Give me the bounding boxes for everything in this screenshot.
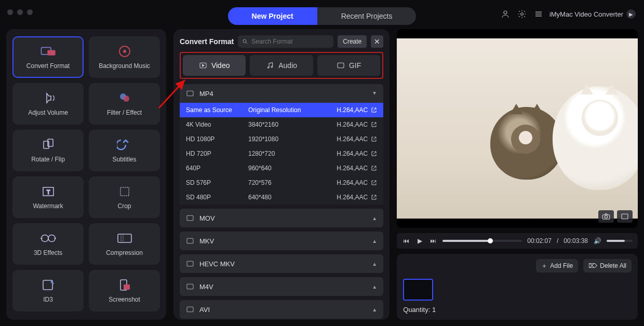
crop-icon: [116, 185, 133, 198]
search-icon: [242, 38, 248, 45]
svg-point-7: [123, 96, 129, 102]
svg-rect-3: [47, 50, 55, 55]
gif-icon: [337, 61, 345, 70]
next-button[interactable]: ⏭: [429, 237, 437, 244]
tool-label: 3D Effects: [34, 249, 62, 256]
filter-effect-icon: [116, 91, 133, 105]
rotate-flip-icon: [39, 138, 57, 152]
tool-label: Screenshot: [109, 296, 140, 303]
video-icon: [199, 61, 207, 70]
tool-label: ID3: [43, 296, 53, 303]
container-icon: [186, 89, 194, 98]
tool-crop[interactable]: Crop: [89, 176, 160, 218]
format-row[interactable]: 4K Video3840*2160H.264,AAC: [180, 117, 383, 132]
tool-watermark[interactable]: TWatermark: [12, 176, 84, 218]
tab-new-project[interactable]: New Project: [228, 7, 317, 25]
svg-rect-27: [187, 261, 193, 266]
format-header-mkv[interactable]: MKV▲: [180, 232, 383, 250]
tool-id3[interactable]: ID3: [12, 270, 84, 311]
format-group-avi: AVI▲: [180, 300, 383, 319]
fullscreen-button[interactable]: [617, 210, 633, 223]
tool-subtitles[interactable]: Subtitles: [89, 130, 160, 171]
tool-rotate-flip[interactable]: Rotate / Flip: [12, 130, 84, 171]
svg-point-19: [243, 39, 246, 43]
format-header-mov[interactable]: MOV▲: [180, 209, 383, 227]
container-icon: [186, 237, 194, 245]
format-header-hevcmkv[interactable]: HEVC MKV▲: [180, 254, 383, 273]
time-current: 00:02:07: [527, 237, 552, 244]
snapshot-button[interactable]: [598, 210, 614, 223]
play-button[interactable]: ▶: [415, 237, 424, 244]
external-icon: [371, 180, 377, 186]
tab-recent-projects[interactable]: Recent Projects: [317, 7, 417, 25]
volume-icon[interactable]: 🔊: [593, 237, 601, 244]
create-button[interactable]: Create: [338, 35, 367, 48]
tool-convert-format[interactable]: Convert Format: [12, 36, 84, 78]
tool-compression[interactable]: Compression: [89, 223, 160, 265]
tab-audio[interactable]: Audio: [250, 55, 313, 76]
subtitles-icon: [116, 138, 133, 152]
chevron-icon: ▲: [372, 215, 377, 221]
format-group-mkv: MKV▲: [180, 232, 383, 250]
tool-background-music[interactable]: Background Music: [89, 36, 160, 78]
svg-rect-23: [338, 63, 344, 67]
svg-point-5: [123, 50, 126, 53]
queue-panel: ＋Add File ⌦Delete All Quantity: 1: [397, 254, 638, 320]
container-icon: [186, 260, 194, 268]
volume-track[interactable]: [607, 240, 633, 242]
tab-gif[interactable]: GIF: [317, 55, 380, 76]
3d-effects-icon: [39, 232, 57, 245]
svg-rect-28: [187, 284, 193, 289]
external-icon: [371, 107, 377, 113]
brand: iMyMac Video Converter ▶: [549, 9, 636, 19]
queue-quantity: Quantity: 1: [403, 306, 632, 314]
format-row[interactable]: SD 576P720*576H.264,AAC: [180, 175, 383, 190]
screenshot-icon: [116, 278, 133, 292]
add-file-button[interactable]: ＋Add File: [536, 259, 578, 273]
svg-point-13: [41, 235, 48, 241]
gear-icon[interactable]: [516, 8, 528, 20]
camera-icon: [602, 213, 610, 220]
tool-adjust-volume[interactable]: Adjust Volume: [12, 83, 84, 125]
format-header-mp4[interactable]: MP4▲: [180, 84, 383, 103]
chevron-icon: ▲: [372, 91, 377, 97]
convert-format-icon: [39, 45, 57, 58]
format-group-hevcmkv: HEVC MKV▲: [180, 254, 383, 273]
format-group-mov: MOV▲: [180, 209, 383, 227]
format-row[interactable]: Same as SourceOriginal ResolutionH.264,A…: [180, 103, 383, 117]
tool-label: Convert Format: [26, 62, 70, 70]
tool-screenshot[interactable]: Screenshot: [89, 270, 160, 311]
svg-rect-24: [187, 91, 193, 96]
watermark-icon: T: [39, 185, 57, 198]
tool-3d-effects[interactable]: 3D Effects: [12, 223, 84, 265]
format-header-m4v[interactable]: M4V▲: [180, 277, 383, 296]
format-header-avi[interactable]: AVI▲: [180, 300, 383, 319]
svg-rect-12: [120, 187, 129, 196]
search-input[interactable]: [251, 38, 329, 45]
menu-icon[interactable]: [533, 8, 544, 20]
tool-label: Filter / Effect: [107, 109, 142, 116]
queue-thumbnail[interactable]: [403, 279, 433, 301]
prev-button[interactable]: ⏮: [402, 237, 410, 244]
delete-all-button[interactable]: ⌦Delete All: [583, 259, 632, 273]
format-row[interactable]: HD 720P1280*720H.264,AAC: [180, 146, 383, 161]
user-icon[interactable]: [500, 8, 511, 20]
player-timeline: ⏮ ▶ ⏭ 00:02:07 / 00:03:38 🔊: [397, 233, 638, 249]
format-row[interactable]: 640P960*640H.264,AAC: [180, 161, 383, 175]
external-icon: [371, 165, 377, 171]
format-row[interactable]: HD 1080P1920*1080H.264,AAC: [180, 132, 383, 146]
chevron-icon: ▲: [372, 238, 377, 244]
seek-track[interactable]: [442, 240, 522, 242]
tool-filter-effect[interactable]: Filter / Effect: [89, 83, 160, 125]
header-right: iMyMac Video Converter ▶: [500, 8, 636, 20]
svg-point-14: [48, 235, 55, 241]
tool-label: Adjust Volume: [28, 109, 68, 116]
close-button[interactable]: ✕: [371, 35, 383, 48]
format-row[interactable]: SD 480P640*480H.264,AAC: [180, 190, 383, 205]
svg-rect-32: [622, 214, 628, 219]
tool-label: Watermark: [33, 202, 63, 210]
time-total: 00:03:38: [564, 237, 588, 244]
svg-point-0: [504, 11, 507, 14]
search-format[interactable]: [238, 35, 333, 48]
tab-video[interactable]: Video: [183, 55, 246, 76]
